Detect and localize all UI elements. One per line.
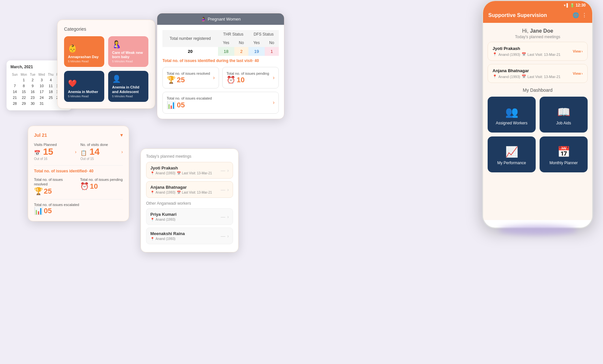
- thr-header: THR Status: [218, 30, 248, 39]
- visits-planned-arrow[interactable]: ›: [75, 149, 76, 154]
- phone-dashboard-title: My Dashboard: [488, 87, 588, 93]
- visits-pending-val: ⏰ 10: [80, 182, 123, 191]
- cal-day-cell[interactable]: 9: [28, 83, 37, 89]
- category-item-1[interactable]: 🤱 Care of Weak new born baby 5 Minutes R…: [108, 36, 148, 67]
- phone-chevron-1: ›: [581, 71, 583, 75]
- thr-no-val: 2: [234, 47, 249, 56]
- issues-resolved-box[interactable]: Total no. of issues resolved 🏆 25 ›: [162, 67, 219, 88]
- visits-resolved-val: 🏆 25: [34, 187, 77, 196]
- cal-day-cell[interactable]: 16: [28, 89, 37, 95]
- category-icon-2: ❤️: [68, 79, 100, 88]
- visits-done-label: No. of visits done: [80, 143, 108, 147]
- worker-item-0[interactable]: Priya Kumari 📍 Anand (1993) — ›: [146, 208, 233, 225]
- category-item-3[interactable]: 👤 Anemia in Child and Adolescent 5 Minut…: [108, 71, 148, 102]
- cal-day-cell[interactable]: 24: [37, 95, 47, 101]
- category-label-0: Annaprashan Day: [68, 55, 100, 59]
- visits-pending-box: Total no. of issues pending ⏰ 10: [80, 177, 123, 196]
- phone-greeting: Hi, Jane Doe Today's planned meetings: [488, 23, 588, 42]
- phone-dash-monthly-planner[interactable]: 📅 Monthly Planner: [540, 136, 588, 172]
- phone-dash-assigned-workers[interactable]: 👥 Assigned Workers: [488, 97, 536, 133]
- cal-day-cell[interactable]: 10: [37, 83, 47, 89]
- issues-pending-arrow[interactable]: ›: [273, 75, 275, 81]
- visits-done-box: No. of visits done 📋 14 Out of 15 ›: [80, 143, 123, 161]
- phone-chevron-0: ›: [581, 49, 583, 53]
- phone-dash-my-performance[interactable]: 📈 My Performance: [488, 136, 536, 172]
- cal-day-cell[interactable]: 31: [37, 101, 47, 106]
- phone-meeting-1[interactable]: Anjana Bhatnagar 📍 Anand (1993) 📅 Last V…: [488, 64, 588, 83]
- phone-meeting-0[interactable]: Jyoti Prakash 📍 Anand (1993) 📅 Last Visi…: [488, 42, 588, 61]
- cal-day-cell[interactable]: 25: [46, 95, 55, 101]
- cal-day-cell[interactable]: 23: [28, 95, 37, 101]
- cal-day-cell[interactable]: 29: [19, 101, 29, 106]
- category-sub-3: 5 Minutes Read: [112, 95, 144, 98]
- escalate-icon-2: 📊: [34, 207, 43, 215]
- visits-done-arrow[interactable]: ›: [121, 149, 123, 154]
- worker-item-1[interactable]: Meenakshi Raina 📍 Anand (1993) — ›: [146, 228, 233, 244]
- phone-view-btn-0[interactable]: View ›: [573, 49, 583, 53]
- cal-day-cell[interactable]: 8: [19, 83, 29, 89]
- location-icon-w0: 📍: [150, 218, 154, 221]
- cal-day-header: Sun: [10, 72, 19, 77]
- cal-day-cell[interactable]: 7: [10, 83, 19, 89]
- thr-yes-val: 18: [218, 47, 234, 56]
- cal-day-cell[interactable]: 1: [19, 77, 29, 83]
- cal-day-cell[interactable]: 2: [28, 77, 37, 83]
- more-icon[interactable]: ⋮: [582, 12, 587, 18]
- phone-view-btn-1[interactable]: View ›: [573, 71, 583, 75]
- cal-day-cell[interactable]: 22: [19, 95, 29, 101]
- cal-day-cell[interactable]: 4: [46, 77, 55, 83]
- chevron-right-icon-w1[interactable]: ›: [227, 233, 229, 239]
- minus-icon-1: —: [221, 187, 225, 192]
- meeting-item-1[interactable]: Anjana Bhatnagar 📍 Anand (1993) 📅 Last V…: [146, 181, 233, 198]
- battery-icon: 🔋: [570, 3, 575, 8]
- location-icon-w1: 📍: [150, 237, 154, 241]
- trophy-icon-2: 🏆: [34, 187, 43, 196]
- visits-resolved-label: Total no. of issues resolved: [34, 177, 77, 187]
- phone-greeting-hi: Hi, Jane Doe: [488, 28, 588, 34]
- cal-day-cell[interactable]: 15: [19, 89, 29, 95]
- chevron-right-icon-1[interactable]: ›: [227, 187, 229, 192]
- cal-day-cell[interactable]: 30: [28, 101, 37, 106]
- issues-pending-label: Total no. of issues pending: [226, 71, 269, 76]
- worker-name-0: Priya Kumari: [150, 212, 176, 217]
- calendar-icon-1: 📅: [177, 191, 181, 194]
- cal-day-cell[interactable]: 21: [10, 95, 19, 101]
- thr-yes-header: Yes: [218, 39, 234, 47]
- visits-done-sub: Out of 15: [80, 157, 108, 161]
- chevron-right-icon-0[interactable]: ›: [227, 168, 229, 173]
- issues-pending-box[interactable]: Total no. of issues pending ⏰ 10 ›: [222, 67, 279, 88]
- dfs-yes-val: 19: [248, 47, 264, 56]
- location-icon-0: 📍: [150, 171, 154, 175]
- meeting-meta-1: 📍 Anand (1993) 📅 Last Visit: 13-Mar-21: [150, 191, 212, 194]
- phone-cal-icon-0: 📅: [522, 52, 526, 56]
- category-item-2[interactable]: ❤️ Anemia in Mother 5 Minutes Read: [64, 71, 104, 102]
- phone-status-icons: ▾ ▌ 🔋 12:30: [564, 3, 586, 8]
- phone-greeting-sub: Today's planned meetings: [488, 35, 588, 39]
- cal-day-cell[interactable]: 14: [10, 89, 19, 95]
- globe-icon[interactable]: 🌐: [573, 12, 579, 18]
- meetings-card: Today's planned meetings Jyoti Prakash 📍…: [141, 149, 239, 252]
- cal-day-cell[interactable]: 11: [46, 83, 55, 89]
- cal-day-cell[interactable]: 18: [46, 89, 55, 95]
- phone-shadow: [498, 225, 577, 235]
- visits-planned-sub: Out of 16: [34, 157, 57, 161]
- dfs-no-header: No: [265, 39, 279, 47]
- issues-resolved-label: Total no. of issues resolved: [167, 71, 210, 76]
- issues-escalated-arrow[interactable]: ›: [273, 100, 275, 105]
- cal-day-cell[interactable]: 17: [37, 89, 47, 95]
- wifi-icon: ▾: [564, 3, 566, 8]
- chevron-right-icon-w0[interactable]: ›: [227, 214, 229, 219]
- category-item-0[interactable]: 👶 Annaprashan Day 5 Minutes Read: [64, 36, 104, 67]
- calendar-title: March, 2021: [10, 65, 33, 69]
- phone-dash-job-aids[interactable]: 📖 Job Aids: [540, 97, 588, 133]
- visits-dropdown-icon[interactable]: ▾: [120, 132, 123, 138]
- meeting-item-0[interactable]: Jyoti Prakash 📍 Anand (1993) 📅 Last Visi…: [146, 162, 233, 179]
- issues-escalated-box[interactable]: Total no. of issues escalated 📊 05 ›: [162, 92, 279, 113]
- other-workers-title: Other Anganwadi workers: [146, 201, 233, 206]
- issues-resolved-arrow[interactable]: ›: [213, 75, 215, 81]
- pregnant-icon: 🤰: [201, 17, 206, 22]
- cal-day-cell[interactable]: 3: [37, 77, 47, 83]
- phone-greeting-name: Jane Doe: [530, 28, 553, 34]
- meetings-section-title: Today's planned meetings: [146, 154, 233, 159]
- cal-day-cell[interactable]: 28: [10, 101, 19, 106]
